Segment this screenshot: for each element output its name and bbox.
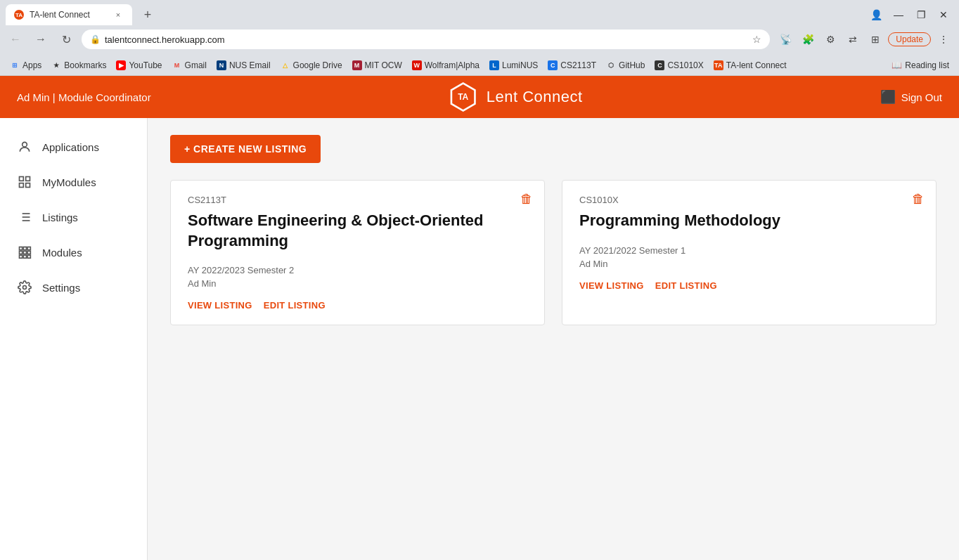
grid3-icon [17, 245, 32, 260]
bookmark-gmail[interactable]: M Gmail [168, 59, 211, 72]
view-listing-cs2113t-button[interactable]: VIEW LISTING [188, 300, 252, 311]
bookmark-bookmarks[interactable]: ★ Bookmarks [47, 59, 110, 72]
youtube-label: YouTube [129, 60, 162, 70]
main-content: Applications MyModules Listings Modules [0, 118, 959, 560]
bookmarks-bar: ⊞ Apps ★ Bookmarks ▶ YouTube M Gmail N N… [0, 55, 959, 76]
admin-cs1010x: Ad Min [579, 259, 919, 269]
mit-label: MIT OCW [365, 60, 402, 70]
tab-favicon: TA [14, 10, 24, 20]
browser-tab[interactable]: TA TA-lent Connect × [6, 4, 132, 25]
svg-rect-2 [26, 177, 30, 181]
svg-rect-11 [20, 247, 22, 250]
cs2113t-icon: C [548, 60, 558, 70]
gdrive-label: Google Drive [293, 60, 342, 70]
create-new-listing-button[interactable]: + CREATE NEW LISTING [170, 135, 321, 163]
sidebar-item-applications[interactable]: Applications [0, 129, 147, 164]
logo-hexagon: TA [449, 82, 478, 112]
hex-border: TA [449, 82, 478, 112]
bookmark-mit-ocw[interactable]: M MIT OCW [348, 59, 406, 72]
header-center: TA Lent Connect [151, 82, 880, 112]
app-title: Lent Connect [487, 88, 583, 106]
svg-rect-3 [20, 183, 24, 188]
tab-close-button[interactable]: × [112, 9, 124, 20]
admin-cs2113t: Ad Min [188, 278, 527, 289]
sign-out-button[interactable]: ⬛ Sign Out [880, 89, 942, 105]
extra-icon[interactable]: ⊞ [865, 30, 885, 49]
delete-listing-cs1010x-button[interactable]: 🗑 [912, 192, 925, 207]
title-bar: TA TA-lent Connect × + 👤 — ❐ ✕ [0, 0, 959, 25]
github-icon: ⬡ [606, 60, 616, 70]
listing-title-cs2113t: Software Engineering & Object-Oriented P… [188, 211, 527, 251]
svg-rect-18 [23, 255, 26, 258]
mit-icon: M [352, 60, 362, 70]
url-text: talentconnect.herokuapp.com [105, 34, 748, 45]
account-icon[interactable]: ⚙ [820, 30, 840, 49]
sidebar-item-modules[interactable]: Modules [0, 235, 147, 270]
sidebar-item-mymodules[interactable]: MyModules [0, 164, 147, 200]
mymodules-label: MyModules [42, 176, 96, 188]
refresh-button[interactable]: ↻ [56, 30, 76, 49]
maximize-button[interactable]: ❐ [911, 5, 931, 25]
delete-listing-cs2113t-button[interactable]: 🗑 [520, 192, 533, 207]
reading-list-link[interactable]: 📖 Reading list [887, 59, 953, 72]
app-wrapper: Ad Min | Module Coordinator TA Lent Conn… [0, 76, 959, 560]
listings-grid: 🗑 CS2113T Software Engineering & Object-… [170, 180, 937, 325]
listing-title-cs1010x: Programming Methodology [579, 211, 919, 231]
bookmark-youtube[interactable]: ▶ YouTube [112, 59, 166, 72]
tab-title: TA-lent Connect [30, 10, 90, 20]
gmail-icon: M [172, 60, 182, 70]
bookmark-cs1010x[interactable]: C CS1010X [650, 59, 707, 72]
apps-label: Apps [22, 60, 41, 70]
extensions-icon[interactable]: 🧩 [798, 30, 818, 49]
sidebar-item-settings[interactable]: Settings [0, 270, 147, 305]
sidebar-item-listings[interactable]: Listings [0, 200, 147, 235]
list-icon [17, 209, 32, 225]
listing-card-cs2113t: 🗑 CS2113T Software Engineering & Object-… [170, 180, 545, 325]
ta-lent-label: TA-lent Connect [726, 60, 787, 70]
minimize-button[interactable]: — [889, 5, 908, 25]
edit-listing-cs1010x-button[interactable]: EDIT LISTING [655, 280, 717, 291]
bookmark-github[interactable]: ⬡ GitHub [602, 59, 649, 72]
new-tab-button[interactable]: + [138, 5, 157, 25]
bookmark-nus-email[interactable]: N NUS Email [212, 59, 275, 72]
luminus-icon: L [489, 60, 499, 70]
bookmark-google-drive[interactable]: △ Google Drive [276, 59, 347, 72]
svg-point-0 [22, 142, 27, 147]
window-controls: 👤 — ❐ ✕ [866, 5, 953, 25]
svg-rect-15 [23, 251, 26, 254]
bookmark-ta-lent[interactable]: TA TA-lent Connect [709, 59, 791, 72]
bookmarks-star-icon: ★ [51, 60, 61, 70]
close-button[interactable]: ✕ [934, 5, 953, 25]
url-bar[interactable]: 🔒 talentconnect.herokuapp.com ☆ [82, 30, 770, 49]
bookmark-wolfram[interactable]: W Wolfram|Alpha [408, 59, 484, 72]
svg-rect-17 [20, 255, 22, 258]
bookmark-luminus[interactable]: L LumiNUS [485, 59, 542, 72]
listing-card-cs1010x: 🗑 CS1010X Programming Methodology AY 202… [562, 180, 937, 325]
nus-email-icon: N [217, 60, 226, 70]
menu-icon[interactable]: ⋮ [934, 30, 953, 49]
sign-out-label: Sign Out [901, 91, 942, 103]
svg-rect-14 [20, 251, 22, 254]
profile-icon[interactable]: 👤 [866, 5, 886, 25]
person-icon [17, 139, 32, 155]
luminus-label: LumiNUS [502, 60, 538, 70]
update-button[interactable]: Update [888, 32, 931, 46]
cast-icon[interactable]: 📡 [775, 30, 795, 49]
wolfram-icon: W [412, 60, 422, 70]
sync-icon[interactable]: ⇄ [843, 30, 863, 49]
forward-button[interactable]: → [31, 30, 51, 49]
youtube-icon: ▶ [116, 60, 126, 70]
apps-icon: ⊞ [10, 60, 20, 70]
semester-cs1010x: AY 2021/2022 Semester 1 [579, 245, 919, 256]
bookmark-cs2113t[interactable]: C CS2113T [543, 59, 600, 72]
bookmark-apps[interactable]: ⊞ Apps [6, 59, 46, 72]
view-listing-cs1010x-button[interactable]: VIEW LISTING [579, 280, 644, 291]
edit-listing-cs2113t-button[interactable]: EDIT LISTING [264, 300, 326, 311]
github-label: GitHub [619, 60, 645, 70]
lock-icon: 🔒 [90, 34, 101, 44]
browser-chrome: TA TA-lent Connect × + 👤 — ❐ ✕ ← → ↻ 🔒 t… [0, 0, 959, 76]
modules-label: Modules [42, 247, 82, 259]
back-button[interactable]: ← [6, 30, 25, 49]
settings-label: Settings [42, 282, 80, 294]
gdrive-icon: △ [281, 60, 290, 70]
